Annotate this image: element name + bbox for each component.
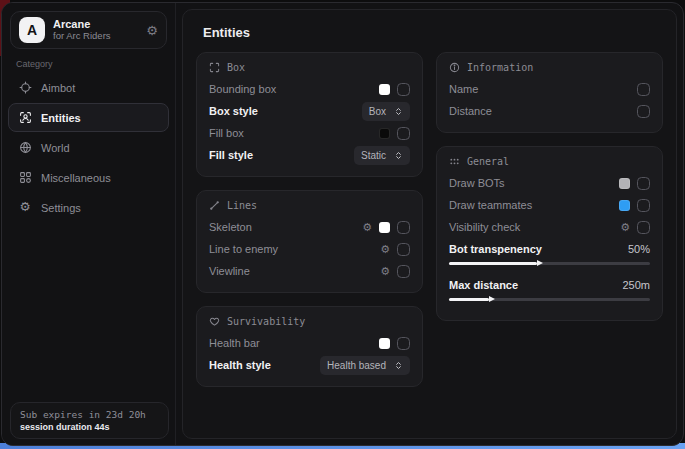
information-card-header: Information: [449, 62, 650, 73]
setting-label: Distance: [449, 105, 492, 117]
slider-fill: [449, 262, 537, 265]
gear-icon[interactable]: ⚙: [620, 222, 630, 233]
setting-row-draw-bots: Draw BOTs: [449, 172, 650, 194]
survivability-card: Survivability Health bar Health style He…: [196, 306, 423, 387]
right-column: Information Name Distance: [436, 52, 663, 400]
section-title: General: [467, 156, 509, 167]
brand-text: Arcane for Arc Riders: [53, 18, 138, 42]
gear-icon: ⚙: [18, 201, 32, 215]
color-swatch[interactable]: [619, 200, 630, 211]
sliders-icon: [449, 156, 460, 167]
setting-label: Line to enemy: [209, 243, 278, 255]
lines-card-header: Lines: [209, 200, 410, 211]
sidebar-item-aimbot[interactable]: Aimbot: [8, 73, 169, 102]
checkbox[interactable]: [637, 105, 650, 118]
sidebar: A Arcane for Arc Riders ⚙ Category Aimbo…: [2, 3, 176, 445]
setting-label: Draw BOTs: [449, 177, 505, 189]
gear-icon[interactable]: ⚙: [146, 23, 158, 38]
checkbox[interactable]: [397, 337, 410, 350]
select-value: Health based: [327, 360, 386, 371]
checkbox[interactable]: [397, 127, 410, 140]
app-logo: A: [19, 17, 45, 43]
setting-row-line-to-enemy: Line to enemy ⚙: [209, 238, 410, 260]
color-swatch[interactable]: [379, 338, 390, 349]
checkbox[interactable]: [637, 221, 650, 234]
setting-label: Skeleton: [209, 221, 252, 233]
chevrons-updown-icon: [394, 361, 403, 370]
checkbox[interactable]: [397, 265, 410, 278]
color-swatch[interactable]: [379, 222, 390, 233]
information-card: Information Name Distance: [436, 52, 663, 133]
section-title: Information: [467, 62, 533, 73]
setting-row-draw-teammates: Draw teammates: [449, 194, 650, 216]
health-style-select[interactable]: Health based: [320, 356, 410, 375]
bot-transparency-slider-group: Bot transpenency 50%: [449, 238, 650, 265]
page-title: Entities: [203, 25, 663, 40]
setting-row-viewline: Viewline ⚙: [209, 260, 410, 282]
slider-label-row: Max distance 250m: [449, 274, 650, 296]
sidebar-item-label: Entities: [41, 112, 81, 124]
box-icon: [209, 62, 220, 73]
sidebar-item-world[interactable]: World: [8, 133, 169, 162]
checkbox[interactable]: [637, 199, 650, 212]
sidebar-item-entities[interactable]: Entities: [8, 103, 169, 132]
gear-icon[interactable]: ⚙: [380, 266, 390, 277]
setting-row-box-style: Box style Box: [209, 100, 410, 122]
checkbox[interactable]: [637, 83, 650, 96]
color-swatch[interactable]: [379, 128, 390, 139]
setting-label: Fill box: [209, 127, 244, 139]
sidebar-item-miscellaneous[interactable]: Miscellaneous: [8, 163, 169, 192]
line-icon: [209, 200, 220, 211]
color-swatch[interactable]: [619, 178, 630, 189]
setting-label: Max distance: [449, 279, 518, 291]
max-distance-slider[interactable]: [449, 298, 650, 301]
setting-label: Box style: [209, 105, 258, 117]
max-distance-slider-group: Max distance 250m: [449, 274, 650, 301]
sidebar-item-label: Miscellaneous: [41, 172, 111, 184]
slider-value: 250m: [622, 279, 650, 291]
sidebar-item-label: Settings: [41, 202, 81, 214]
section-title: Lines: [227, 200, 257, 211]
setting-row-visibility-check: Visibility check ⚙: [449, 216, 650, 238]
sidebar-item-settings[interactable]: ⚙ Settings: [8, 193, 169, 222]
sidebar-item-label: Aimbot: [41, 82, 75, 94]
crosshair-icon: [18, 81, 32, 95]
globe-icon: [18, 141, 32, 155]
setting-label: Health bar: [209, 337, 260, 349]
gear-icon[interactable]: ⚙: [380, 244, 390, 255]
setting-row-skeleton: Skeleton ⚙: [209, 216, 410, 238]
section-title: Box: [227, 62, 245, 73]
main-panel: Entities Box Bounding box: [182, 9, 677, 439]
app-name: Arcane: [53, 18, 138, 31]
checkbox[interactable]: [397, 243, 410, 256]
color-swatch[interactable]: [379, 84, 390, 95]
setting-row-name: Name: [449, 78, 650, 100]
session-duration: session duration 44s: [20, 422, 159, 432]
setting-label: Name: [449, 83, 478, 95]
setting-row-health-style: Health style Health based: [209, 354, 410, 376]
setting-label: Bounding box: [209, 83, 276, 95]
app-window: A Arcane for Arc Riders ⚙ Category Aimbo…: [1, 2, 684, 446]
category-label: Category: [16, 59, 175, 69]
survivability-card-header: Survivability: [209, 316, 410, 327]
chevrons-updown-icon: [394, 107, 403, 116]
box-card: Box Bounding box Box style Box: [196, 52, 423, 177]
select-value: Static: [361, 150, 386, 161]
setting-label: Visibility check: [449, 221, 520, 233]
box-style-select[interactable]: Box: [362, 102, 410, 121]
checkbox[interactable]: [397, 221, 410, 234]
bot-transparency-slider[interactable]: [449, 262, 650, 265]
setting-label: Health style: [209, 359, 271, 371]
fill-style-select[interactable]: Static: [354, 146, 410, 165]
slider-label-row: Bot transpenency 50%: [449, 238, 650, 260]
checkbox[interactable]: [637, 177, 650, 190]
lines-card: Lines Skeleton ⚙ Line to enemy ⚙: [196, 190, 423, 293]
general-card: General Draw BOTs Draw teammates: [436, 146, 663, 321]
gear-icon[interactable]: ⚙: [362, 222, 372, 233]
checkbox[interactable]: [397, 83, 410, 96]
setting-row-fill-style: Fill style Static: [209, 144, 410, 166]
setting-label: Draw teammates: [449, 199, 532, 211]
brand-card: A Arcane for Arc Riders ⚙: [10, 11, 167, 49]
select-value: Box: [369, 106, 386, 117]
subscription-card: Sub expires in 23d 20h session duration …: [10, 402, 169, 439]
